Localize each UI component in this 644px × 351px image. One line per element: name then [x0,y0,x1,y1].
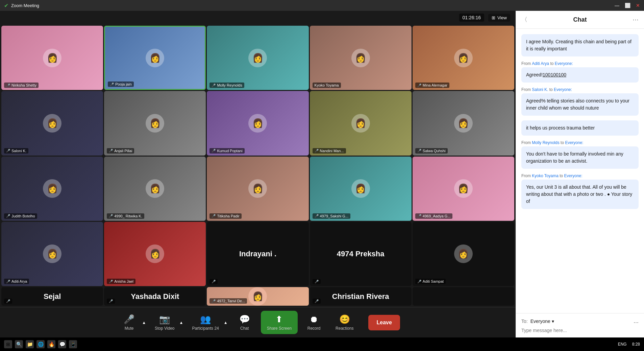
table-row: 👩 🎤 4990_ Ritwika K. [104,157,206,221]
participants-caret[interactable]: ▲ [223,320,228,325]
chat-from: From Molly Reynolds to Everyone: [521,140,639,145]
leave-button[interactable]: Leave [368,315,400,330]
avatar: 👩 [43,244,61,263]
mute-icon: 🎤 [212,299,216,303]
avatar: 👩 [454,114,473,133]
participant-name: 🎤 Pooja jain [108,81,133,87]
start-icon[interactable]: ⊞ [4,340,12,348]
mute-icon: 🎤 [315,280,319,283]
taskbar-app-4[interactable]: 💬 [58,340,66,348]
maximize-button[interactable]: ⬜ [625,3,630,8]
chat-message-input[interactable] [521,328,639,333]
reactions-icon: 😊 [339,314,350,325]
chat-sidebar: 〈 Chat ⋯ I agree Molly. Creating this ch… [516,11,644,337]
chat-recipient: Everyone: [564,173,583,178]
participant-name: 🎤 Salwa Quhshi [415,148,448,154]
list-item: From Molly Reynolds to Everyone: You don… [521,140,639,169]
top-bar: 01:26:16 ⊞ View [0,11,516,24]
participant-name-large: Christian Rivera [332,292,389,301]
table-row: 👩 🎤 Judith Botelho [1,157,103,221]
mute-caret[interactable]: ▲ [141,320,147,325]
view-button[interactable]: ⊞ View [488,14,510,22]
chat-sender: Aditi Arya [532,61,549,66]
participants-button[interactable]: 👥 Participants 24 [187,311,224,333]
avatar: 👩 [248,179,267,198]
microphone-icon: 🎤 [124,314,134,325]
chat-title: Chat [527,16,633,23]
participant-name: 🎤 Kumud Poptani [209,148,244,154]
table-row: Yashada Dixit 🎤 [104,287,206,306]
avatar: 👩 [351,49,370,67]
chat-collapse-button[interactable]: 〈 [521,16,527,24]
participant-name: 🎤 Anisha Jael [107,279,135,284]
participant-name: 🎤 4979_Sakshi G... [313,213,350,219]
participant-name-large: 4974 Preksha [337,250,385,258]
table-row: Indrayani . 🎤 [207,222,308,286]
mute-icon: 🎤 [212,149,216,153]
share-screen-button[interactable]: ⬆ Share Screen [261,311,298,334]
video-caret[interactable]: ▲ [179,320,184,325]
chat-messages[interactable]: I agree Molly. Creating this chain and b… [516,29,644,313]
video-grid: 👩 🎤 Niriksha Shetty 👩 🎤 Pooja jain 👩 🎤 M… [0,24,516,307]
table-row: 👩 Kyoko Toyama [310,26,412,90]
chat-sender: Molly Reynolds [532,140,559,145]
search-icon[interactable]: 🔍 [15,340,23,348]
chat-bubble: I agree Molly. Creating this chain and b… [521,34,639,56]
participant-name: 🎤 Saloni K. [4,148,28,154]
chat-options-button[interactable]: ... [634,318,639,325]
mute-icon: 🎤 [417,280,421,283]
mute-icon: 🎤 [109,299,113,303]
minimize-button[interactable]: — [615,3,619,8]
table-row: 👩 🎤 Aditi Arya [1,222,103,286]
taskbar-app-2[interactable]: 🌐 [36,340,45,348]
title-bar-left: ✔ Zoom Meeting [4,2,39,9]
participant-name: 🎤 [313,299,321,304]
chat-message-text: Yes, our Unit 3 is all about that. All o… [521,180,639,209]
avatar: 👩 [146,49,164,67]
table-row: 👩 🎤 Niriksha Shetty [1,26,103,90]
taskbar-app-1[interactable]: 📁 [26,340,34,348]
close-button[interactable]: ✕ [636,3,640,8]
avatar: 👩 [43,114,61,133]
reactions-button[interactable]: 😊 Reactions [330,311,359,333]
participant-name: 🎤 Nandini Man... [313,148,346,154]
table-row: 👩 🎤 Molly Reynolds [207,26,308,90]
participant-name: Kyoko Toyama [313,83,341,88]
chat-button[interactable]: 💬 Chat [231,311,258,333]
avatar: 👩 [248,114,267,133]
taskbar-app-3[interactable]: 🔥 [47,340,55,348]
stop-video-button[interactable]: 📷 Stop Video [149,311,180,333]
mute-icon: 🎤 [315,214,319,218]
table-row: Christian Rivera 🎤 [310,287,412,306]
chat-to-select[interactable]: Everyone ▾ [530,319,554,324]
chat-message-text: I agree Molly. Creating this chain and b… [521,34,639,56]
mute-group: 🎤 Mute ▲ [116,311,147,333]
grid-icon: ⊞ [492,15,495,20]
participant-name: 🎤 Niriksha Shetty [4,83,39,88]
mute-icon: 🎤 [417,214,421,218]
chat-more-button[interactable]: ⋯ [633,16,639,23]
chat-to-label: To: [521,319,528,324]
avatar: 👩 [248,287,267,306]
chat-message-text: Agreed!100100100 [521,67,639,83]
table-row: 👩 🎤 Anjali Pillai [104,91,206,155]
participant-name: 🎤 Anjali Pillai [107,148,134,154]
avatar: 👩 [351,114,370,133]
record-button[interactable]: ⏺ Record [300,311,327,333]
mute-icon: 🎤 [315,149,319,153]
chat-recipient-select: Everyone [530,319,550,324]
participants-group: 👥 Participants 24 ▲ [187,311,228,333]
avatar: 👩 [146,244,164,263]
mute-button[interactable]: 🎤 Mute [116,311,143,333]
table-row: 👩 🎤 Mina Alemagar [413,26,514,90]
table-row: 👩 🎤 Pooja jain [104,26,206,90]
mute-icon: 🎤 [212,280,216,283]
avatar: 👩 [43,49,61,67]
chat-recipient: Everyone: [565,140,583,145]
main-content: 01:26:16 ⊞ View 👩 🎤 Niriksha Shetty 👩 🎤 [0,11,644,337]
table-row: 4974 Preksha 🎤 [310,222,412,286]
mute-icon: 🎤 [417,84,421,87]
taskbar: ⊞ 🔍 📁 🌐 🔥 💬 📱 ENG 8:28 [0,337,644,351]
taskbar-app-5[interactable]: 📱 [69,340,77,348]
table-row: 👩 🎤 4979_Sakshi G... [310,157,412,221]
